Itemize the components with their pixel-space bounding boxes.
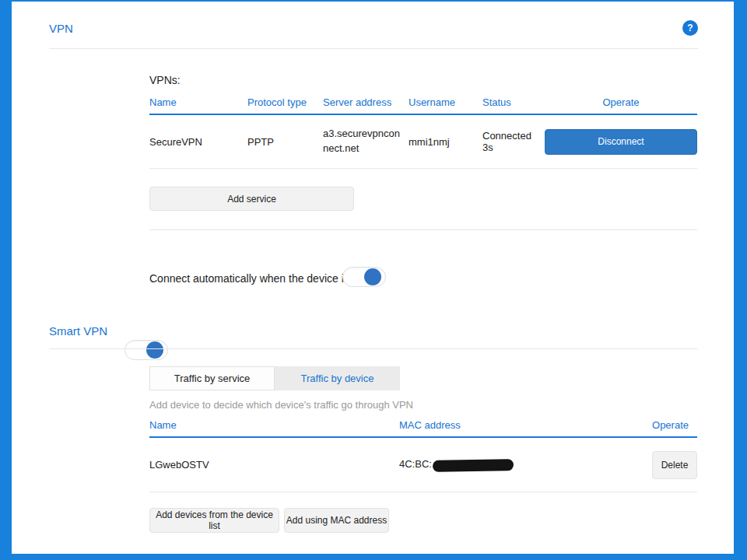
- device-col-operate: Operate: [635, 419, 697, 431]
- page-title: VPN: [49, 22, 73, 35]
- vpn-name: SecureVPN: [149, 136, 247, 148]
- device-table-row: LGwebOSTV 4C:BC: Delete: [149, 438, 697, 492]
- add-service-button[interactable]: Add service: [149, 187, 354, 211]
- vpn-username: mmi1nmj: [409, 136, 482, 148]
- device-operate-cell: Delete: [635, 451, 697, 479]
- vpn-operate-cell: Disconnect: [545, 129, 697, 155]
- section-divider: [149, 229, 697, 230]
- vpn-col-operate: Operate: [545, 96, 697, 108]
- smart-vpn-divider: [49, 348, 698, 349]
- auto-connect-label: Connect automatically when the device is…: [149, 272, 364, 285]
- device-col-mac: MAC address: [399, 419, 635, 431]
- vpn-protocol: PPTP: [247, 136, 323, 148]
- vpn-col-status: Status: [482, 96, 545, 108]
- device-mac-prefix: 4C:BC:: [399, 458, 432, 470]
- smart-vpn-title: Smart VPN: [49, 324, 107, 338]
- toggle-knob: [146, 341, 163, 359]
- vpn-col-name: Name: [149, 96, 247, 108]
- vpn-status: Connected 3s: [482, 130, 545, 153]
- device-table: Name MAC address Operate LGwebOSTV 4C:BC…: [149, 419, 697, 492]
- vpn-table: Name Protocol type Server address Userna…: [149, 96, 697, 169]
- disconnect-button[interactable]: Disconnect: [545, 129, 697, 155]
- vpn-col-server: Server address: [323, 96, 409, 108]
- vpn-col-username: Username: [409, 96, 482, 108]
- auto-connect-toggle[interactable]: [342, 267, 386, 287]
- vpn-table-row: SecureVPN PPTP a3.securevpnconnect.net m…: [149, 115, 697, 169]
- vpns-label: VPNs:: [149, 74, 181, 86]
- content-card: VPN ? VPNs: Name Protocol type Server ad…: [12, 2, 734, 554]
- tab-traffic-by-service[interactable]: Traffic by service: [149, 366, 275, 390]
- tabs-hint-text: Add device to decide which device's traf…: [149, 399, 413, 411]
- vpn-table-header-row: Name Protocol type Server address Userna…: [149, 96, 697, 115]
- page-frame: VPN ? VPNs: Name Protocol type Server ad…: [0, 0, 747, 560]
- vpn-col-protocol: Protocol type: [247, 96, 323, 108]
- traffic-tabs: Traffic by service Traffic by device: [149, 366, 400, 390]
- mac-redaction-mark: [433, 459, 514, 472]
- vpn-server-address: a3.securevpnconnect.net: [323, 127, 409, 156]
- tab-traffic-by-device[interactable]: Traffic by device: [275, 366, 400, 390]
- device-mac: 4C:BC:: [399, 458, 635, 471]
- toggle-knob: [364, 268, 381, 285]
- device-name: LGwebOSTV: [149, 459, 399, 471]
- help-icon[interactable]: ?: [682, 20, 698, 36]
- device-col-name: Name: [149, 419, 399, 431]
- header-divider: [49, 48, 698, 49]
- device-table-header-row: Name MAC address Operate: [149, 419, 697, 438]
- add-devices-from-list-button[interactable]: Add devices from the device list: [149, 508, 279, 533]
- delete-button[interactable]: Delete: [652, 451, 697, 479]
- add-using-mac-button[interactable]: Add using MAC address: [284, 508, 389, 533]
- smart-vpn-toggle[interactable]: [124, 340, 168, 360]
